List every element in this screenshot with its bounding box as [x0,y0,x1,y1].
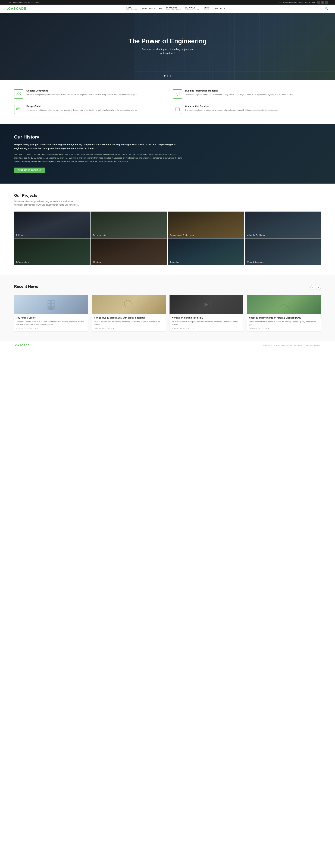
news-navigation: ‹ › [310,285,321,290]
nav-blog[interactable]: BLOG posts [204,7,210,10]
svg-rect-15 [175,92,180,95]
news-card-cinema[interactable]: Working on a multiplex cinema We take ou… [169,295,243,332]
project-item-geotechnical[interactable]: Geotechnical Engineering [168,212,244,238]
googleplus-icon[interactable]: G [325,1,328,4]
news-body-blueprint: How to save 10 grand a year with digital… [92,314,166,331]
history-body: In a close cooperation with our clients,… [14,153,183,163]
search-button[interactable]: 🔍 [325,7,328,10]
nav-services[interactable]: SERVICES what we offer [185,7,200,10]
main-nav: ABOUT who we are SUBCONTRACTORS PROJECTS… [126,7,225,10]
projects-section: Our Projects Our construction company ha… [0,184,335,275]
service-text-construction: Construction Services Our customers love… [185,105,278,112]
news-card-highway[interactable]: Capacity Improvements on Alaska's Glenn … [247,295,321,332]
service-text-design: Design-Build If a project is not too com… [26,105,137,112]
facebook-icon[interactable]: f [317,1,320,4]
svg-rect-31 [52,301,54,303]
svg-point-13 [17,92,18,93]
history-title: Our History [14,134,183,140]
nav-projects[interactable]: PROJECTS what we offer [166,7,181,10]
top-bar-address: 📍 9555 Venture Boulevard, Studio City, C… [275,1,315,3]
bim-icon [173,89,182,98]
location-icon: 📍 [275,1,277,3]
news-card-hotel[interactable]: Joy Hotel & Casino This hotel & casino c… [14,295,88,332]
news-title-blueprint: How to save 10 grand a year with digital… [94,316,163,319]
project-bg-geotechnical: Geotechnical Engineering [168,212,244,238]
news-excerpt-highway: With increased traffic expected to excee… [249,320,318,326]
construction-icon [173,105,182,114]
hero-section: The Power of Engineering See how our sha… [0,13,335,80]
svg-rect-30 [49,301,50,303]
service-item-bim: Building Information Modeling Oftentimes… [173,89,321,98]
hero-dot-2[interactable] [167,75,168,76]
news-prev-button[interactable]: ‹ [310,285,315,290]
news-meta-hotel: By Admin · Jul. 27, 2016 1 [17,328,86,329]
project-overlay-environmental [91,212,168,238]
social-links: f t G [317,1,328,4]
twitter-icon[interactable]: t [321,1,324,4]
service-desc-contracting: We have a long list of professional cont… [26,93,138,96]
service-desc-bim: Oftentimes physical and functional essen… [185,93,294,96]
service-title-design: Design-Build [26,105,137,107]
project-bg-infrastructure: Infrastructure [14,239,90,265]
meta-dot [113,328,114,329]
project-item-drilling[interactable]: Drilling [14,212,90,238]
news-meta-highway: By Admin · Jun. 27, 2016 3 [249,328,318,329]
project-bg-tunneling: Tunneling [168,239,244,265]
history-section: Our History Despite being younger, than … [0,124,335,184]
news-body-cinema: Working on a multiplex cinema We take ou… [170,314,243,331]
service-item-design: Design-Build If a project is not too com… [14,105,162,114]
news-img-cinema [170,295,243,314]
svg-rect-34 [50,307,52,310]
svg-rect-24 [175,108,180,111]
news-section: Recent News ‹ › Joy Hotel & Casino This … [0,275,335,341]
project-bg-drilling: Drilling [14,212,90,238]
footer-copyright: Copyright (c) 2016 All rights reserved b… [263,344,321,346]
footer-logo-name: CASCADE [15,344,30,347]
hero-dot-1[interactable] [164,75,165,76]
project-item-environmental[interactable]: Environmental [91,212,168,238]
news-meta-blueprint: By Admin · Jun. 27, 2016 3 [94,328,163,329]
service-desc-construction: Our customers love the pace/quality temp… [185,108,278,112]
hero-dot-3[interactable] [170,75,171,76]
hero-title: The Power of Engineering [128,37,207,45]
news-next-button[interactable]: › [316,285,321,290]
news-title-highway: Capacity Improvements on Alaska's Glenn … [249,316,318,319]
service-text-contracting: General Contracting We have a long list … [26,89,138,96]
top-bar-right: 📍 9555 Venture Boulevard, Studio City, C… [275,1,328,4]
project-bg-environmental: Environmental [91,212,168,238]
footer-logo: .CASCADE [14,344,30,347]
svg-marker-39 [205,303,208,306]
project-item-shafting[interactable]: Shafting [91,239,168,265]
svg-rect-32 [49,304,50,306]
nav-contacts[interactable]: CONTACTS [214,7,225,10]
nav-subcontractors[interactable]: SUBCONTRACTORS [142,7,162,10]
logo[interactable]: .CASCADE [7,7,26,10]
project-overlay-tunneling [168,239,244,265]
meta-dot [268,328,269,329]
project-overlay-drilling [14,212,90,238]
service-title-contracting: General Contracting [26,89,138,92]
project-item-water[interactable]: Water & Sewerage [245,239,321,265]
history-read-more-button[interactable]: READ MORE ABOUT US [14,167,45,173]
news-grid: Joy Hotel & Casino This hotel & casino c… [14,295,321,332]
service-item-construction: Construction Services Our customers love… [173,105,321,114]
news-title: Recent News [14,284,38,289]
project-overlay-industrial [245,212,321,238]
nav-about[interactable]: ABOUT who we are [126,7,138,10]
design-icon [14,105,23,114]
hero-pagination [164,75,171,76]
project-item-industrial[interactable]: Industrial Buildings [245,212,321,238]
project-item-tunneling[interactable]: Tunneling [168,239,244,265]
news-card-blueprint[interactable]: How to save 10 grand a year with digital… [92,295,166,332]
project-overlay-shafting [91,239,168,265]
news-img-highway [247,295,321,314]
meta-dot [191,328,191,329]
news-header: Recent News ‹ › [14,284,321,290]
services-grid: General Contracting We have a long list … [14,89,321,114]
footer: .CASCADE Copyright (c) 2016 All rights r… [0,341,335,349]
project-item-infrastructure[interactable]: Infrastructure [14,239,90,265]
meta-dot [35,328,36,329]
svg-rect-33 [52,304,54,306]
top-bar: If you can envision it, then we can buil… [0,0,335,5]
project-bg-water: Water & Sewerage [245,239,321,265]
